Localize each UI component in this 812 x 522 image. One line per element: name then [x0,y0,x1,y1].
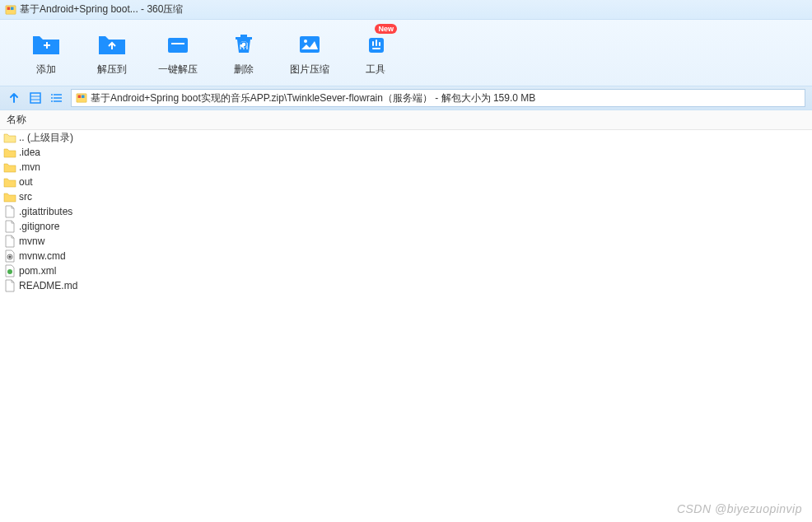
file-icon [3,205,16,218]
tools-button[interactable]: New 工具 [343,24,408,82]
window-title: 基于Android+Spring boot... - 360压缩 [20,2,183,16]
folder-icon [3,190,16,203]
oneclick-icon [161,30,194,56]
delete-button[interactable]: 删除 [211,24,277,82]
list-item[interactable]: mvnw.cmd [0,249,812,263]
file-name: src [19,191,32,203]
extract-icon [96,30,128,56]
add-button[interactable]: 添加 [13,24,79,82]
new-badge: New [375,24,397,34]
svg-rect-13 [30,93,40,103]
image-compress-button[interactable]: 图片压缩 [277,24,343,82]
list-item[interactable]: src [0,189,812,204]
list-item[interactable]: .idea [0,145,812,160]
svg-point-20 [51,97,53,99]
file-name: out [19,176,33,188]
folder-icon [3,146,16,159]
add-icon [30,30,63,56]
path-bar: 基于Android+Spring boot实现的音乐APP.zip\Twinkl… [0,86,812,110]
cmd-file-icon [3,249,16,263]
svg-point-19 [51,94,53,96]
xml-file-icon [3,264,16,277]
list-item[interactable]: .mvn [0,160,812,175]
extract-label: 解压到 [97,63,127,77]
file-name: mvnw.cmd [19,250,66,262]
tools-label: 工具 [366,63,385,77]
app-icon [5,4,16,16]
svg-rect-7 [236,37,252,40]
svg-rect-5 [168,38,188,53]
list-item[interactable]: .gitignore [0,219,812,234]
watermark: CSDN @biyezuopinvip [677,502,802,515]
window-titlebar: 基于Android+Spring boot... - 360压缩 [0,0,812,20]
file-icon [3,279,16,292]
list-item[interactable]: mvnw [0,234,812,249]
folder-up-icon [3,131,16,144]
svg-point-26 [7,269,12,274]
svg-rect-6 [171,43,184,44]
file-list: .. (上级目录) .idea .mvn out src .gitattribu… [0,130,812,293]
add-label: 添加 [36,63,56,77]
svg-rect-4 [46,42,48,49]
list-item[interactable]: README.md [0,278,812,293]
list-item-parent[interactable]: .. (上级目录) [0,130,812,145]
svg-rect-10 [300,36,320,53]
folder-icon [3,175,16,189]
file-name: .gitattributes [19,206,72,217]
file-name: .idea [19,147,40,158]
file-name: mvnw [19,235,44,247]
archive-icon [76,92,87,104]
svg-point-11 [304,40,307,43]
file-name: README.md [19,280,77,291]
svg-rect-8 [240,35,247,37]
column-header[interactable]: 名称 [0,110,812,130]
file-name: pom.xml [19,265,56,277]
folder-icon [3,161,16,174]
delete-icon [227,30,260,56]
file-name: .. (上级目录) [19,131,73,145]
list-item[interactable]: pom.xml [0,263,812,278]
up-button[interactable] [7,91,21,105]
file-name: .mvn [19,161,40,173]
view-list-button[interactable] [49,91,64,105]
delete-label: 删除 [234,63,254,77]
oneclick-label: 一键解压 [158,63,198,77]
main-toolbar: 添加 解压到 一键解压 删除 图片压缩 New 工具 [0,20,812,86]
svg-rect-1 [7,7,11,10]
image-compress-icon [293,30,326,56]
svg-rect-24 [82,96,85,99]
view-detail-button[interactable] [28,91,43,105]
file-icon [3,220,16,233]
file-name: .gitignore [19,221,59,232]
image-compress-label: 图片压缩 [290,63,329,77]
path-input[interactable]: 基于Android+Spring boot实现的音乐APP.zip\Twinkl… [71,89,805,107]
list-item[interactable]: .gitattributes [0,204,812,219]
extract-button[interactable]: 解压到 [79,24,145,82]
svg-rect-23 [78,96,82,99]
column-name: 名称 [7,113,26,127]
svg-rect-2 [11,7,14,10]
oneclick-extract-button[interactable]: 一键解压 [145,24,211,82]
svg-point-21 [51,100,53,102]
list-item[interactable]: out [0,175,812,189]
path-text: 基于Android+Spring boot实现的音乐APP.zip\Twinkl… [91,91,535,105]
file-icon [3,235,16,248]
